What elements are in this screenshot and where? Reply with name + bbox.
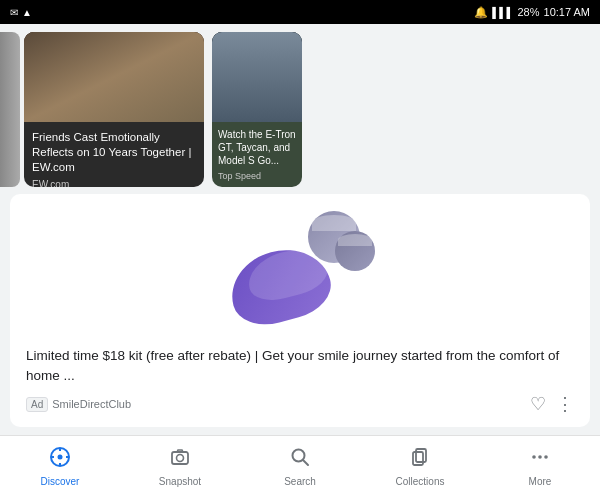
status-right-icons: 🔔 ▌▌▌ 28% 10:17 AM bbox=[474, 6, 590, 19]
svg-point-26 bbox=[544, 455, 548, 459]
ad-source: SmileDirectClub bbox=[52, 398, 131, 410]
collections-label: Collections bbox=[396, 476, 445, 487]
system-nav: ◁ ○ □ bbox=[0, 495, 600, 500]
search-icon bbox=[289, 446, 311, 473]
svg-point-13 bbox=[58, 455, 63, 460]
svg-point-10 bbox=[272, 80, 292, 100]
topspeed-overlay: Watch the E-Tron GT, Taycan, and Model S… bbox=[212, 122, 302, 187]
discover-label: Discover bbox=[41, 476, 80, 487]
article-card-topspeed[interactable]: Watch the E-Tron GT, Taycan, and Model S… bbox=[212, 32, 302, 187]
more-options-button[interactable]: ⋮ bbox=[556, 393, 574, 415]
svg-rect-23 bbox=[416, 449, 426, 462]
left-partial-card bbox=[0, 32, 20, 187]
status-bar: ✉ ▲ 🔔 ▌▌▌ 28% 10:17 AM bbox=[0, 0, 600, 24]
more-label: More bbox=[529, 476, 552, 487]
nav-item-search[interactable]: Search bbox=[240, 446, 360, 487]
ad-badge: Ad SmileDirectClub bbox=[26, 397, 131, 412]
ad-product-image bbox=[26, 206, 574, 336]
ad-description: Limited time $18 kit (free after rebate)… bbox=[26, 346, 574, 385]
svg-rect-6 bbox=[212, 32, 302, 122]
svg-point-24 bbox=[532, 455, 536, 459]
svg-rect-11 bbox=[212, 32, 302, 122]
svg-rect-7 bbox=[212, 67, 302, 97]
content-area: Friends Cast Emotionally Reflects on 10 … bbox=[0, 24, 600, 500]
signal-icon: ▌▌▌ bbox=[492, 7, 513, 18]
product-visual bbox=[220, 211, 380, 331]
ad-footer: Ad SmileDirectClub ♡ ⋮ bbox=[26, 393, 574, 415]
collections-icon bbox=[409, 446, 431, 473]
ew-overlay: Friends Cast Emotionally Reflects on 10 … bbox=[24, 122, 204, 187]
card-photo-ew bbox=[24, 32, 204, 122]
right-edge-space bbox=[310, 32, 370, 187]
topspeed-title: Watch the E-Tron GT, Taycan, and Model S… bbox=[218, 128, 296, 167]
nav-item-collections[interactable]: Collections bbox=[360, 446, 480, 487]
snapshot-icon bbox=[169, 446, 191, 473]
svg-line-21 bbox=[303, 460, 308, 465]
svg-rect-22 bbox=[413, 452, 423, 465]
search-label: Search bbox=[284, 476, 316, 487]
svg-rect-0 bbox=[24, 32, 204, 122]
card-photo-topspeed bbox=[212, 32, 302, 122]
svg-point-8 bbox=[219, 64, 295, 96]
svg-point-25 bbox=[538, 455, 542, 459]
svg-point-9 bbox=[222, 80, 242, 100]
svg-rect-5 bbox=[24, 32, 204, 122]
ad-actions: ♡ ⋮ bbox=[530, 393, 574, 415]
svg-point-19 bbox=[177, 455, 184, 462]
email-icon: ✉ bbox=[10, 7, 18, 18]
topspeed-source: Top Speed bbox=[218, 171, 296, 181]
svg-point-1 bbox=[64, 47, 104, 97]
notification-icon: 🔔 bbox=[474, 6, 488, 19]
status-left-icons: ✉ ▲ bbox=[10, 7, 32, 18]
battery-text: 28% bbox=[517, 6, 539, 18]
discover-icon bbox=[49, 446, 71, 473]
bottom-nav: Discover Snapshot Search bbox=[0, 435, 600, 495]
svg-rect-2 bbox=[64, 92, 104, 122]
ew-source: EW.com bbox=[32, 179, 196, 187]
svg-point-3 bbox=[112, 39, 156, 95]
nav-item-more[interactable]: More bbox=[480, 446, 600, 487]
more-icon bbox=[529, 446, 551, 473]
nav-item-snapshot[interactable]: Snapshot bbox=[120, 446, 240, 487]
snapshot-label: Snapshot bbox=[159, 476, 201, 487]
like-button[interactable]: ♡ bbox=[530, 393, 546, 415]
container-small bbox=[335, 231, 375, 271]
time-display: 10:17 AM bbox=[544, 6, 590, 18]
article-card-ew[interactable]: Friends Cast Emotionally Reflects on 10 … bbox=[24, 32, 204, 187]
ew-title: Friends Cast Emotionally Reflects on 10 … bbox=[32, 130, 196, 175]
card-image-ew bbox=[24, 32, 204, 122]
ad-card-smiledirect[interactable]: Limited time $18 kit (free after rebate)… bbox=[10, 194, 590, 427]
nav-item-discover[interactable]: Discover bbox=[0, 446, 120, 487]
ad-label: Ad bbox=[26, 397, 48, 412]
alert-icon: ▲ bbox=[22, 7, 32, 18]
card-image-topspeed bbox=[212, 32, 302, 122]
svg-rect-4 bbox=[112, 94, 156, 122]
